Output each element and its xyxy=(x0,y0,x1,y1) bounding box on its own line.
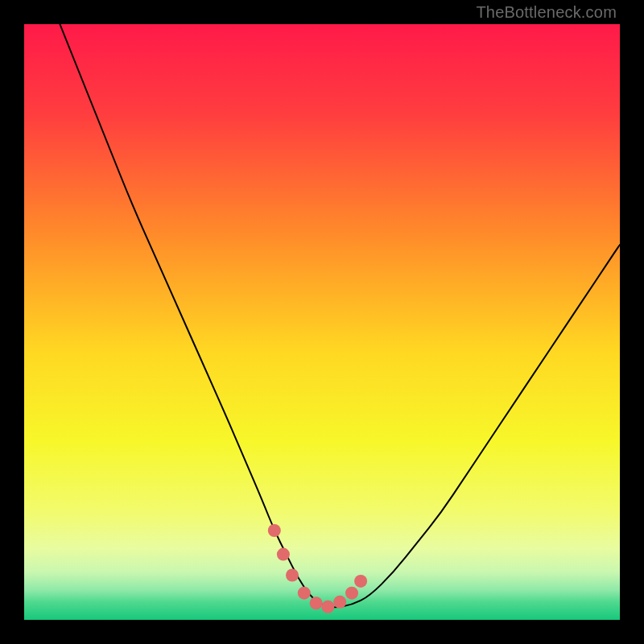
marker-dot xyxy=(345,587,358,600)
plot-area xyxy=(24,24,620,620)
curve-markers xyxy=(268,524,367,613)
marker-dot xyxy=(321,601,334,613)
watermark-text: TheBottleneck.com xyxy=(476,3,617,22)
bottleneck-curve xyxy=(60,24,620,607)
marker-dot xyxy=(286,569,299,582)
chart-frame: TheBottleneck.com xyxy=(0,0,644,644)
marker-dot xyxy=(277,548,290,561)
marker-dot xyxy=(298,587,311,600)
marker-dot xyxy=(333,596,346,609)
marker-dot xyxy=(354,575,367,588)
chart-svg xyxy=(24,24,620,620)
marker-dot xyxy=(310,597,323,609)
marker-dot xyxy=(268,524,281,537)
